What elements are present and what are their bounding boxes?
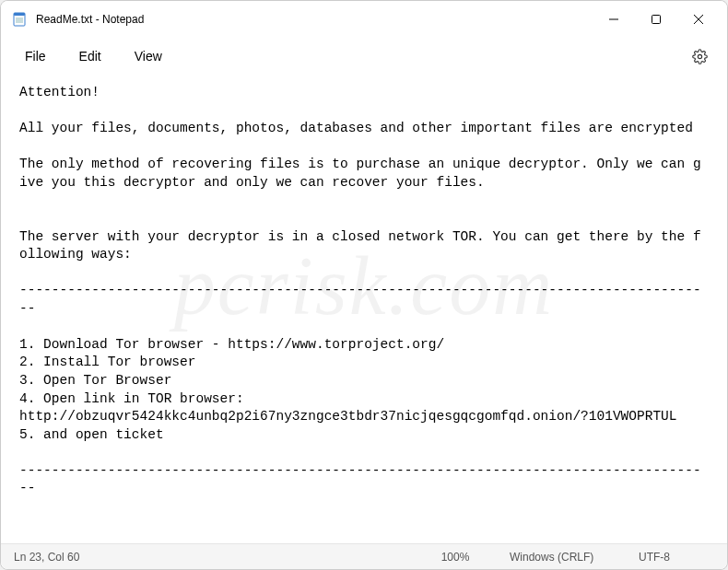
window-controls — [593, 5, 720, 34]
menu-view[interactable]: View — [122, 43, 175, 69]
menubar: File Edit View — [1, 38, 727, 75]
text-line: http://obzuqvr5424kkc4unbq2p2i67ny3zngce… — [19, 409, 677, 424]
notepad-window: ReadMe.txt - Notepad File Edit View Atte… — [0, 0, 728, 570]
svg-rect-1 — [14, 13, 25, 16]
text-editor-area[interactable]: Attention! All your files, documents, ph… — [1, 75, 727, 543]
menu-file[interactable]: File — [12, 43, 59, 69]
text-line: 4. Open link in TOR browser: — [19, 391, 244, 406]
text-line: All your files, documents, photos, datab… — [19, 121, 693, 135]
status-position: Ln 23, Col 60 — [1, 544, 92, 569]
statusbar: Ln 23, Col 60 100% Windows (CRLF) UTF-8 — [1, 543, 727, 569]
text-line: 3. Open Tor Browser — [19, 373, 171, 388]
text-line: 1. Download Tor browser - https://www.to… — [19, 337, 444, 352]
status-eol: Windows (CRLF) — [497, 544, 626, 569]
status-encoding: UTF-8 — [626, 544, 727, 569]
window-title: ReadMe.txt - Notepad — [36, 13, 144, 26]
text-line: 2. Install Tor browser — [19, 355, 195, 369]
close-button[interactable] — [677, 5, 720, 34]
svg-point-9 — [698, 54, 701, 58]
maximize-button[interactable] — [635, 5, 677, 34]
text-line: ----------------------------------------… — [19, 463, 701, 496]
status-zoom[interactable]: 100% — [414, 544, 497, 569]
titlebar: ReadMe.txt - Notepad — [1, 1, 727, 38]
svg-rect-6 — [652, 16, 661, 24]
text-line: ----------------------------------------… — [19, 283, 701, 316]
text-line: Attention! — [19, 85, 100, 99]
minimize-button[interactable] — [593, 5, 635, 34]
notepad-icon — [12, 12, 27, 27]
menu-edit[interactable]: Edit — [66, 43, 114, 69]
text-line: The only method of recovering files is t… — [19, 157, 701, 190]
text-line: The server with your decryptor is in a c… — [19, 229, 701, 262]
text-line: 5. and open ticket — [19, 427, 164, 442]
settings-button[interactable] — [683, 40, 716, 73]
